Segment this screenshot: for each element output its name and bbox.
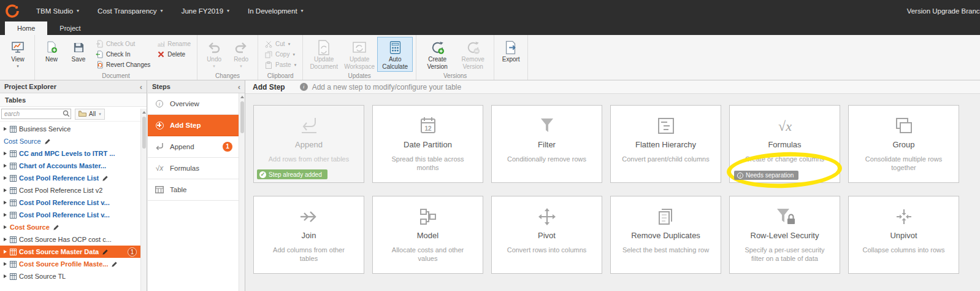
tree-item-cost-source-profile-master[interactable]: Cost Source Profile Maste... (0, 258, 140, 270)
filter-dropdown[interactable]: All ▾ (75, 109, 105, 120)
scrollbar-thumb[interactable] (240, 101, 244, 133)
menu-tbm-studio[interactable]: TBM Studio▾ (27, 0, 88, 21)
card-model[interactable]: Model Allocate costs and other values (372, 196, 483, 274)
expander-icon[interactable] (4, 188, 7, 192)
update-workspace-button[interactable]: Update Workspace (342, 37, 377, 72)
card-title: Pivot (492, 231, 602, 240)
tree-item-cost-pool-ref-list-v2[interactable]: Cost Pool Reference List v2 (0, 184, 140, 196)
tables-section-header[interactable]: Tables (0, 93, 147, 107)
expander-icon[interactable] (4, 225, 7, 229)
export-button[interactable]: Export (497, 37, 524, 65)
save-button[interactable]: Save (65, 37, 92, 65)
formula-icon: √x (154, 164, 165, 173)
scroll-up-icon[interactable] (142, 111, 146, 114)
card-flatten-hierarchy[interactable]: Flatten Hierarchy Convert parent/child c… (610, 105, 721, 183)
edit-pencil-icon[interactable] (102, 249, 109, 255)
chevron-down-icon: ▾ (288, 42, 291, 47)
step-item-table[interactable]: Table (148, 179, 239, 201)
search-icon[interactable] (63, 110, 70, 118)
card-unpivot[interactable]: Unpivot Collapse columns into rows (848, 196, 959, 274)
menu-cost-transparency[interactable]: Cost Transparency▾ (88, 0, 172, 21)
search-input[interactable] (1, 109, 71, 119)
card-title: Date Partition (373, 140, 483, 149)
tab-project[interactable]: Project (47, 21, 93, 35)
check-out-button[interactable]: Check Out (93, 39, 152, 49)
tree-item-cost-pool-ref-list[interactable]: Cost Pool Reference List (0, 172, 140, 184)
undo-button[interactable]: Undo ▾ (201, 37, 228, 71)
new-button[interactable]: New (38, 37, 65, 65)
chevron-down-icon: ▾ (99, 112, 101, 117)
collapse-panel-icon[interactable]: ‹ (238, 82, 240, 91)
view-button[interactable]: View ▾ (4, 37, 31, 71)
tree-item-cost-pool-ref-list-v4[interactable]: Cost Pool Reference List v... (0, 209, 140, 221)
apptio-logo-icon[interactable] (5, 4, 23, 18)
expander-icon[interactable] (4, 201, 7, 204)
tree-item-cost-source[interactable]: Cost Source (0, 221, 140, 233)
step-item-overview[interactable]: i Overview (148, 93, 239, 115)
create-version-button[interactable]: Create Version (419, 37, 455, 72)
check-in-button[interactable]: Check In (93, 50, 152, 59)
card-formulas[interactable]: √x Formulas Create or change columns i N… (729, 105, 840, 183)
searchbox (1, 109, 71, 119)
expander-icon[interactable] (4, 274, 7, 278)
menu-period[interactable]: June FY2019▾ (172, 0, 239, 21)
card-pivot[interactable]: Pivot Convert rows into columns (491, 196, 602, 274)
steps-scrollbar[interactable] (239, 93, 245, 291)
tree-item-cost-source-tl[interactable]: Cost Source TL (0, 270, 140, 282)
edit-pencil-icon[interactable] (102, 175, 109, 182)
tree-item-cost-pool-ref-list-v3[interactable]: Cost Pool Reference List v... (0, 196, 140, 209)
tree-item-cost-source-group[interactable]: Cost Source (0, 135, 140, 147)
card-filter[interactable]: Filter Conditionally remove rows (491, 105, 602, 183)
tree-item-cost-source-master-data[interactable]: Cost Source Master Data1 (0, 246, 140, 258)
card-row-level-security[interactable]: Row-Level Security Specify a per-user se… (729, 196, 840, 274)
revert-changes-button[interactable]: Revert Changes (93, 60, 152, 69)
tree-item-label: Cost Source Profile Maste... (19, 260, 108, 268)
tree-item-label: Cost Pool Reference List v2 (19, 187, 102, 194)
steps-panel: Steps ‹ i Overview Add Step Append 1 √x … (148, 80, 245, 291)
expander-icon[interactable] (4, 213, 7, 217)
edit-pencil-icon[interactable] (53, 224, 59, 231)
tree-item-business-service[interactable]: Business Service (0, 123, 140, 135)
expander-icon[interactable] (4, 262, 7, 266)
collapse-panel-icon[interactable]: ‹ (140, 82, 142, 91)
steps-header: Steps ‹ (148, 80, 245, 93)
card-group[interactable]: Group Consolidate multiple rows together (848, 105, 959, 183)
edit-pencil-icon[interactable] (44, 138, 51, 145)
tree-item-cost-source-has-ocp[interactable]: Cost Source Has OCP cost c... (0, 233, 140, 246)
copy-button[interactable]: Copy ▾ (262, 50, 298, 59)
card-remove-duplicates[interactable]: Remove Duplicates Select the best matchi… (610, 196, 721, 274)
step-item-add-step[interactable]: Add Step (148, 115, 239, 136)
expander-icon[interactable] (4, 127, 7, 131)
card-title: Filter (492, 140, 602, 149)
paste-button[interactable]: Paste ▾ (262, 60, 298, 69)
tree-item-cc-mpc-levels[interactable]: CC and MPC Levels to ITRT ... (0, 147, 140, 160)
scrollbar-thumb[interactable] (142, 117, 146, 149)
expander-icon[interactable] (4, 238, 7, 241)
menu-environment[interactable]: In Development▾ (239, 0, 313, 21)
delete-button[interactable]: Delete (155, 50, 193, 59)
auto-calculate-button[interactable]: Auto Calculate (377, 37, 413, 72)
scissors-icon (264, 41, 273, 48)
redo-button[interactable]: Redo ▾ (228, 37, 255, 71)
group-label-versions: Versions (416, 72, 494, 79)
group-icon (849, 113, 959, 139)
expander-icon[interactable] (4, 250, 7, 254)
explorer-scrollbar[interactable] (140, 109, 147, 291)
remove-version-button[interactable]: Remove Version (455, 37, 491, 72)
expander-icon[interactable] (4, 164, 7, 168)
unpivot-icon (849, 204, 959, 230)
step-item-append[interactable]: Append 1 (148, 136, 239, 158)
update-document-button[interactable]: Update Document (306, 37, 342, 72)
tab-home[interactable]: Home (5, 21, 47, 35)
add-step-main: Add Step i Add a new step to modify/conf… (245, 80, 980, 291)
tree-item-chart-of-accounts[interactable]: Chart of Accounts Master... (0, 160, 140, 172)
card-date-partition[interactable]: 12 Date Partition Spread this table acro… (372, 105, 483, 183)
card-join[interactable]: Join Add columns from other tables (253, 196, 364, 274)
rename-button[interactable]: ab Rename (155, 39, 193, 49)
expander-icon[interactable] (4, 152, 7, 155)
scroll-up-icon[interactable] (240, 96, 244, 98)
cut-button[interactable]: Cut ▾ (262, 39, 298, 49)
expander-icon[interactable] (4, 176, 7, 180)
edit-pencil-icon[interactable] (111, 261, 118, 268)
step-item-formulas[interactable]: √x Formulas (148, 158, 239, 179)
